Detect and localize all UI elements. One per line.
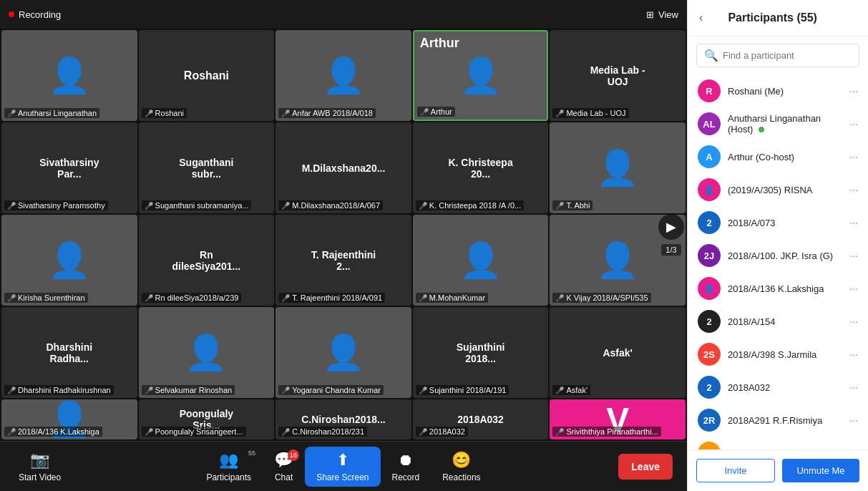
record-icon: ⏺ [398, 451, 414, 470]
more-options-button[interactable]: ··· [849, 283, 858, 294]
next-page-button[interactable]: ▶ [658, 214, 684, 240]
list-item[interactable]: 2R 2018A291 R.F.Rismiya ··· [688, 404, 868, 437]
mute-icon: 🎤 [555, 202, 564, 210]
participants-count: 55 [248, 449, 255, 457]
more-options-button[interactable]: ··· [849, 217, 858, 228]
participants-icon: 👥 [219, 451, 238, 470]
video-cell-medialab[interactable]: Media Lab - UOJ 🎤 Media Lab - UOJ [550, 30, 686, 121]
video-cell-suganthani[interactable]: Suganthani subr... 🎤 Suganthani subraman… [139, 122, 275, 213]
video-avatar-kirisha: 👤 [1, 215, 137, 306]
video-cell-asfak[interactable]: Asfak' 🎤 Asfak' [550, 307, 686, 398]
video-label-kchristeepa: 🎤 K. Christeepa 2018 /A /0... [416, 200, 524, 210]
more-options-button[interactable]: ··· [849, 250, 858, 261]
video-label-cniroshan: 🎤 C.Niroshan2018/231 [278, 427, 367, 437]
video-cell-kirisha[interactable]: 👤 🎤 Kirisha Surenthiran [1, 215, 137, 306]
video-label-anutharsi: 🎤 Anutharsi Linganathan [4, 108, 99, 118]
reactions-button[interactable]: 😊 Reactions [431, 448, 492, 485]
list-item[interactable]: 2S 2018/A/398 S.Jarmila ··· [688, 338, 868, 371]
video-cell-dharshini[interactable]: Dharshini Radha... 🎤 Dharshini Radhakiru… [1, 307, 137, 398]
video-cell-mdilaxshana[interactable]: M.Dilaxshana20... 🎤 M.Dilaxshana2018/A/0… [275, 122, 411, 213]
leave-button[interactable]: Leave [618, 454, 673, 480]
search-icon: 🔍 [704, 49, 718, 62]
video-cell-2018a032[interactable]: 2018A032 🎤 2018A032 [413, 399, 549, 439]
kchristeepa-display: K. Christeepa 20... [447, 157, 515, 180]
suganthani-display: Suganthani subr... [172, 157, 240, 180]
video-cell-mmohankumar[interactable]: 👤 🎤 M.MohanKumar [413, 215, 549, 306]
avatar: 2 [698, 376, 721, 399]
video-cell-roshani[interactable]: Roshani 🎤 Roshani [139, 30, 275, 121]
participant-actions: ··· [849, 349, 858, 360]
more-options-button[interactable]: ··· [849, 414, 858, 426]
video-label-poongulaly: 🎤 Poongulaly Srisangeert... [142, 427, 246, 437]
video-cell-anutharsi[interactable]: 👤 🎤 Anutharsi Linganathan [1, 30, 137, 121]
more-options-button[interactable]: ··· [849, 184, 858, 195]
video-label-medialab: 🎤 Media Lab - UOJ [552, 108, 628, 118]
bottom-toolbar: 📷 Start Video 👥 55 Participants 💬 18 Cha… [0, 441, 687, 491]
cniroshan-display: C.Niroshan2018... [301, 414, 386, 425]
video-avatar-selvakumar: 👤 [139, 307, 275, 398]
video-label-sriviththiya: 🎤 Sriviththiya Piranatharthi... [552, 427, 660, 437]
video-cell-sriviththiya[interactable]: V 🎤 Sriviththiya Piranatharthi... [550, 399, 686, 439]
invite-button[interactable]: Invite [696, 459, 775, 482]
video-cell-sujanthini[interactable]: Sujanthini 2018... 🎤 Sujanthini 2018/A/1… [413, 307, 549, 398]
list-item[interactable]: 2 2018/A/154 ··· [688, 305, 868, 338]
video-cell-kchristeepa[interactable]: K. Christeepa 20... 🎤 K. Christeepa 2018… [413, 122, 549, 213]
video-cell-selvakumar[interactable]: 👤 🎤 Selvakumar Rinoshan [139, 307, 275, 398]
video-avatar-mmohankumar: 👤 [413, 215, 549, 306]
avatar: 2J [698, 244, 721, 267]
video-label-yogarani: 🎤 Yogarani Chandra Kumar [278, 385, 384, 395]
online-indicator [759, 127, 764, 132]
list-item[interactable]: A Arthur (Co-host) ··· [688, 140, 868, 173]
list-item[interactable]: 👤 (2019/A/305) RISNA ··· [688, 173, 868, 206]
video-grid: 👤 🎤 Anutharsi Linganathan Roshani 🎤 Rosh… [0, 29, 687, 441]
chat-button[interactable]: 💬 18 Chat [263, 448, 305, 485]
list-item[interactable]: 2 2018/A/073 ··· [688, 206, 868, 239]
video-cell-yogarani[interactable]: 👤 🎤 Yogarani Chandra Kumar [275, 307, 411, 398]
list-item[interactable]: R Roshani (Me) ··· [688, 74, 868, 107]
video-cell-arthur[interactable]: 👤 Arthur 🎤 Arthur [413, 30, 549, 121]
video-cell-sivatharsiny[interactable]: Sivatharsiny Par... 🎤 Sivatharsiny Param… [1, 122, 137, 213]
video-cell-anfar[interactable]: 👤 🎤 Anfar AWB 2018/A/018 [275, 30, 411, 121]
search-input[interactable] [723, 50, 852, 61]
video-cell-tabhi[interactable]: 👤 🎤 T. Abhi [550, 122, 686, 213]
share-screen-button[interactable]: ⬆ Share Screen [305, 447, 380, 487]
unmute-me-button[interactable]: Unmute Me [782, 459, 859, 482]
more-options-button[interactable]: ··· [849, 151, 858, 162]
avatar: A [698, 145, 721, 168]
video-cell-klakshiga2[interactable]: 👤 🎤 2018/A/136 K.Lakshiga [1, 399, 137, 439]
participant-name: 2018/A/154 [728, 316, 842, 327]
start-video-button[interactable]: 📷 Start Video [7, 448, 72, 485]
more-options-button[interactable]: ··· [849, 316, 858, 327]
view-button[interactable]: ⊞ View [646, 9, 678, 20]
more-options-button[interactable]: ··· [849, 85, 858, 97]
mute-icon: 🎤 [420, 108, 429, 116]
video-cell-poongulaly[interactable]: Poongulaly Sris... 🎤 Poongulaly Srisange… [139, 399, 275, 439]
participant-actions: ··· [849, 85, 858, 97]
more-options-button[interactable]: ··· [849, 118, 858, 130]
list-item[interactable]: A2 Ahmd 2018/A/010 ··· [688, 437, 868, 449]
video-off-icon: 📷 [30, 451, 49, 470]
record-button[interactable]: ⏺ Record [381, 448, 431, 485]
video-label-asfak: 🎤 Asfak' [552, 385, 590, 395]
list-item[interactable]: 👤 2018/A/136 K.Lakshiga ··· [688, 272, 868, 305]
participant-actions: ··· [849, 381, 858, 393]
video-label-2018a032: 🎤 2018A032 [416, 427, 468, 437]
mute-icon: 🎤 [281, 202, 290, 210]
more-options-button[interactable]: ··· [849, 349, 858, 360]
video-cell-trajeenthini[interactable]: T. Rajeenthini 2... 🎤 T. Rajeenthini 201… [275, 215, 411, 306]
video-cell-rndilee[interactable]: Rn dileeSiya201... 🎤 Rn dileeSiya2018/a/… [139, 215, 275, 306]
more-options-button[interactable]: ··· [849, 381, 858, 393]
list-item[interactable]: 2 2018A032 ··· [688, 371, 868, 404]
participant-actions: ··· [849, 250, 858, 261]
video-label-kvijay: 🎤 K Vijay 2018/A/SPI/535 [552, 293, 650, 303]
participants-button[interactable]: 👥 55 Participants [195, 448, 263, 485]
video-avatar-yogarani: 👤 [275, 307, 411, 398]
collapse-sidebar-button[interactable]: ‹ [699, 11, 703, 24]
reactions-icon: 😊 [452, 451, 471, 470]
page-nav: ▶ 1/3 [658, 214, 684, 256]
list-item[interactable]: 2J 2018/A/100. JKP. Isra (G) ··· [688, 239, 868, 272]
list-item[interactable]: AL Anutharsi Linganathan (Host) ··· [688, 107, 868, 140]
search-box[interactable]: 🔍 [696, 44, 859, 67]
video-cell-cniroshan[interactable]: C.Niroshan2018... 🎤 C.Niroshan2018/231 [275, 399, 411, 439]
main-video-area: Recording ⊞ View 👤 🎤 Anutharsi Linganath… [0, 0, 687, 491]
